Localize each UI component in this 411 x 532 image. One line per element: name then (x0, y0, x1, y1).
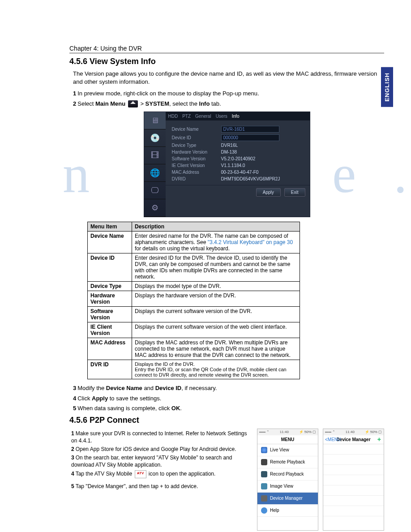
ph1-item-help[interactable]: Help (257, 505, 318, 517)
atv-app-icon: ATV (135, 470, 146, 478)
ph1-i5: Help (270, 508, 279, 513)
row-mac: MAC Address (88, 338, 132, 360)
s5ok: OK (171, 405, 180, 412)
dvr-sb-reel-icon: 🎞 (144, 147, 166, 164)
s3dn: Device Name (106, 385, 142, 391)
intro-text: The Version page allows you to configure… (73, 70, 384, 86)
dvr-tab-info: Info (232, 114, 240, 119)
help-icon (261, 507, 267, 514)
val-hw: DM-138 (221, 150, 237, 154)
val-dvrid: DHMT9DD654VKVG6MPR2J (221, 176, 280, 181)
row-ie-desc: Displays the current software version of… (132, 322, 300, 338)
row-ie: IE Client Version (88, 322, 132, 338)
p2p-step-4: 4Tap the ATV Sky Mobile ATV icon to open… (71, 470, 253, 478)
p2p-s5: Tap "Device Manger", and then tap + to a… (76, 483, 198, 489)
dvr-system-info-screenshot: 🖥 💿 🎞 🌐 🖵 ⚙ HDD PTZ General Users Info D… (144, 112, 310, 217)
image-icon (261, 483, 267, 489)
row-device-name: Device Name (88, 232, 132, 253)
dvr-exit-button[interactable]: Exit (284, 188, 305, 197)
lab-ie: IE Client Version (172, 163, 221, 168)
ph2-row (323, 465, 384, 475)
s3a: Modify the (77, 385, 106, 391)
row-hw: Hardware Version (88, 291, 132, 307)
chapter-header: Chapter 4: Using the DVR (69, 45, 384, 53)
input-device-id[interactable] (221, 134, 279, 141)
s4a: Click (77, 395, 92, 402)
input-device-name[interactable] (221, 126, 279, 133)
ph2-row (323, 475, 384, 485)
ph1-item-device-manager[interactable]: Device Manager (257, 493, 318, 505)
s4b: to save the settings. (108, 395, 161, 402)
ph1-i2: Record Playback (270, 472, 304, 476)
row-dvrid: DVR ID (88, 360, 132, 379)
ph1-item-live-view[interactable]: Live View (257, 444, 318, 456)
p2p-s4b: icon to open the application. (147, 471, 216, 477)
step-5: 5When data saving is complete, click OK. (73, 404, 384, 413)
p2p-step-1: 1Make sure your DVR is connected to Inte… (71, 430, 253, 444)
ph1-item-remote-playback[interactable]: Remote Playback (257, 456, 318, 468)
step2-mainmenu: Main Menu (95, 100, 125, 107)
gear-icon (261, 495, 267, 502)
section-heading-456: 4.5.6 View System Info (69, 57, 384, 66)
dvr-sb-screen-icon: 🖵 (144, 182, 166, 199)
row-device-type-desc: Displays the model type of the DVR. (132, 282, 300, 291)
lab-device-type: Device Type (172, 143, 221, 148)
phone-device-manager-screenshot: ••••• ⌃11:40⚡ 50% ▢ <MENU Device Manager… (323, 429, 384, 531)
dvr-apply-button[interactable]: Apply (256, 188, 281, 197)
s5a: When data saving is complete, click (77, 405, 171, 412)
ph2-row (323, 444, 384, 455)
ph2-status-time: 11:40 (346, 430, 355, 434)
s4apply: Apply (92, 395, 108, 402)
step2-b: > (139, 100, 146, 107)
dvr-tab-ptz: PTZ (182, 114, 191, 119)
dvr-tabs: HDD PTZ General Users Info (166, 112, 310, 120)
lab-sw: Software Version (172, 156, 221, 161)
val-mac: 00-23-63-40-47-F0 (221, 170, 259, 175)
lab-device-id: Device ID (172, 135, 221, 140)
clapper-icon (261, 471, 267, 477)
s3b: and (142, 385, 155, 391)
ph2-status-r: ⚡ 50% ▢ (365, 430, 382, 434)
ph2-row (323, 455, 384, 465)
dvr-sb-disk-icon: 💿 (144, 129, 166, 147)
s5b: . (180, 405, 182, 412)
ph2-back-label: MENU (328, 437, 341, 442)
ph1-item-image-view[interactable]: Image View (257, 481, 318, 493)
section-heading-p2p: 4.5.6 P2P Connect (69, 416, 384, 425)
row-hw-desc: Displays the hardware version of the DVR… (132, 291, 300, 307)
step-4: 4Click Apply to save the settings. (73, 394, 384, 403)
lab-device-name: Device Name (172, 127, 221, 132)
step2-c: , select the (169, 100, 199, 107)
ph1-status-time: 11:40 (280, 430, 289, 434)
p2p-step-5: 5Tap "Device Manger", and then tap + to … (71, 483, 253, 490)
step-1: 1In preview mode, right-click on the mou… (73, 89, 384, 98)
ph2-row (323, 496, 384, 506)
video-icon (261, 459, 267, 465)
ph2-title: Device Manager (336, 437, 370, 442)
ph2-row (323, 506, 384, 516)
row-device-type: Device Type (88, 282, 132, 291)
ph2-title-bar: <MENU Device Manager + (323, 435, 384, 444)
step-3: 3Modify the Device Name and Device ID, i… (73, 384, 384, 393)
ph1-item-record-playback[interactable]: Record Playback (257, 468, 318, 481)
ph1-status-r: ⚡ 50% ▢ (299, 430, 316, 434)
step2-a: Select (77, 100, 95, 107)
ph1-i3: Image View (270, 484, 293, 489)
val-device-type: DVR16L (221, 143, 238, 148)
virtual-keyboard-link[interactable]: "3.4.2 Virtual Keyboard" on page 30 (208, 239, 293, 245)
row-dvrid-desc: Displays the ID of the DVR. Entry the DV… (132, 360, 300, 379)
ph1-i4: Device Manager (270, 496, 303, 501)
dvr-sb-display-icon: 🖥 (144, 112, 166, 129)
step-2: 2Select Main Menu > SYSTEM, select the I… (73, 99, 384, 108)
home-icon (128, 100, 138, 107)
ph2-back-button[interactable]: <MENU (325, 437, 341, 442)
ph2-add-button[interactable]: + (377, 437, 381, 442)
dvr-sb-gear-icon: ⚙ (144, 199, 166, 217)
lab-mac: MAC Address (172, 170, 221, 175)
lab-hw: Hardware Version (172, 150, 221, 154)
th-description: Description (132, 222, 300, 232)
th-menu-item: Menu Item (88, 222, 132, 232)
row-sw: Software Version (88, 307, 132, 322)
row-sw-desc: Displays the current software version of… (132, 307, 300, 322)
p2p-s4a: Tap the ATV Sky Mobile (76, 471, 134, 477)
